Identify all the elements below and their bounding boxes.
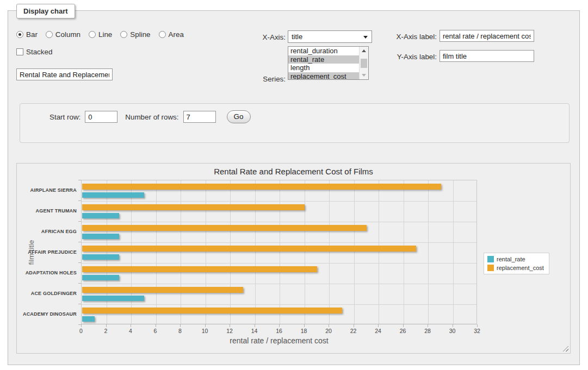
gridline-x	[230, 180, 231, 324]
series-option-rental-rate[interactable]: rental_rate	[288, 55, 359, 64]
num-rows-input[interactable]	[183, 111, 216, 123]
bar-rental_rate[interactable]	[82, 192, 144, 198]
series-option-rental-duration[interactable]: rental_duration	[288, 47, 359, 55]
bar-rental_rate[interactable]	[82, 316, 95, 322]
resize-handle-icon[interactable]	[562, 346, 568, 352]
x-tick-mark	[453, 324, 453, 327]
bar-replacement_cost[interactable]	[82, 266, 317, 272]
gridline-x	[354, 180, 355, 324]
radio-line-label: Line	[98, 30, 112, 39]
chart-title-input[interactable]	[16, 68, 113, 80]
plot-area	[81, 180, 477, 324]
y-tick-mark	[78, 221, 81, 222]
legend-item-replacement_cost[interactable]: replacement_cost	[487, 265, 544, 271]
x-axis-label-input[interactable]	[440, 30, 534, 42]
category-label: AIRPLANE SIERRA	[18, 187, 77, 193]
y-tick-mark	[78, 262, 81, 263]
gridline-y	[82, 201, 476, 202]
bar-replacement_cost[interactable]	[82, 308, 342, 313]
start-row-input[interactable]	[85, 111, 117, 123]
series-option-replacement-cost[interactable]: replacement_cost	[288, 72, 359, 80]
x-tick-label: 20	[320, 328, 337, 334]
gridline-x	[280, 180, 280, 324]
bar-replacement_cost[interactable]	[82, 184, 441, 190]
x-tick-mark	[403, 324, 404, 327]
radio-column[interactable]: Column	[46, 30, 81, 39]
radio-spline-control[interactable]	[120, 31, 127, 38]
gridline-x	[181, 180, 181, 324]
x-tick-mark	[255, 324, 255, 327]
go-button[interactable]: Go	[227, 110, 251, 123]
num-rows-label: Number of rows:	[125, 113, 178, 121]
series-option-length[interactable]: length	[288, 64, 359, 72]
x-tick-label: 4	[122, 328, 139, 334]
x-tick-label: 10	[197, 328, 213, 334]
category-label: ADAPTATION HOLES	[18, 270, 77, 275]
radio-line[interactable]: Line	[89, 30, 112, 39]
chevron-down-icon	[363, 36, 368, 39]
x-tick-mark	[205, 324, 206, 327]
y-axis-label-input[interactable]	[440, 50, 534, 62]
category-label: AFFAIR PREJUDICE	[18, 249, 77, 255]
radio-spline[interactable]: Spline	[120, 30, 150, 39]
series-select-label: Series:	[228, 75, 286, 83]
bar-rental_rate[interactable]	[82, 254, 119, 260]
x-axis-label-label: X-Axis label:	[381, 33, 437, 41]
x-tick-label: 16	[271, 328, 287, 334]
x-tick-label: 28	[419, 328, 436, 334]
bar-rental_rate[interactable]	[82, 296, 144, 301]
x-axis-select[interactable]: title	[288, 30, 372, 43]
stacked-checkbox-row[interactable]: Stacked	[16, 48, 52, 56]
x-tick-label: 18	[296, 328, 312, 334]
bar-rental_rate[interactable]	[82, 213, 119, 218]
category-label: AFRICAN EGG	[18, 229, 77, 234]
bar-replacement_cost[interactable]	[82, 246, 416, 252]
row-range-controls: Start row: Number of rows: Go	[49, 110, 251, 123]
y-tick-mark	[78, 283, 81, 284]
legend-swatch	[487, 256, 494, 262]
chart-title: Rental Rate and Replacement Cost of Film…	[17, 167, 570, 176]
scroll-up-icon[interactable]	[360, 47, 368, 54]
y-tick-mark	[78, 200, 81, 201]
x-tick-mark	[477, 324, 478, 327]
radio-line-control[interactable]	[89, 31, 96, 38]
x-tick-label: 30	[444, 328, 461, 334]
x-tick-mark	[180, 324, 181, 327]
gridline-x	[428, 180, 429, 324]
x-tick-mark	[156, 324, 156, 327]
legend-item-rental_rate[interactable]: rental_rate	[487, 256, 544, 262]
radio-area-control[interactable]	[159, 31, 166, 38]
bar-replacement_cost[interactable]	[82, 204, 305, 210]
legend-label: rental_rate	[497, 256, 525, 262]
x-tick-mark	[81, 324, 82, 327]
gridline-y	[82, 284, 476, 284]
gridline-x	[107, 180, 107, 324]
stacked-checkbox[interactable]	[16, 48, 23, 55]
x-tick-label: 14	[246, 328, 263, 334]
chart-x-axis-title: rental rate / replacement cost	[81, 336, 477, 345]
x-tick-label: 2	[98, 328, 114, 334]
radio-area[interactable]: Area	[159, 30, 184, 39]
bar-rental_rate[interactable]	[82, 275, 119, 280]
radio-bar[interactable]: Bar	[16, 30, 38, 39]
x-tick-label: 32	[469, 328, 485, 334]
bar-replacement_cost[interactable]	[82, 287, 243, 293]
scrollbar-thumb[interactable]	[361, 59, 367, 68]
x-tick-mark	[304, 324, 305, 327]
bar-replacement_cost[interactable]	[82, 225, 367, 231]
chart-type-radio-group: Bar Column Line Spline Area	[16, 30, 184, 39]
x-tick-mark	[378, 324, 379, 327]
row-range-panel: Start row: Number of rows: Go	[20, 103, 570, 143]
category-label: ACADEMY DINOSAUR	[18, 311, 77, 317]
radio-bar-control[interactable]	[16, 31, 23, 38]
category-label: AGENT TRUMAN	[18, 208, 77, 214]
series-scrollbar[interactable]	[359, 47, 368, 79]
y-tick-mark	[78, 304, 81, 304]
x-tick-label: 0	[73, 328, 89, 334]
bar-rental_rate[interactable]	[82, 234, 119, 239]
scroll-down-icon[interactable]	[360, 72, 368, 79]
x-axis-select-label: X-Axis:	[228, 33, 286, 41]
series-multiselect[interactable]: rental_duration rental_rate length repla…	[288, 46, 369, 80]
radio-column-control[interactable]	[46, 31, 53, 38]
x-tick-mark	[131, 324, 131, 327]
